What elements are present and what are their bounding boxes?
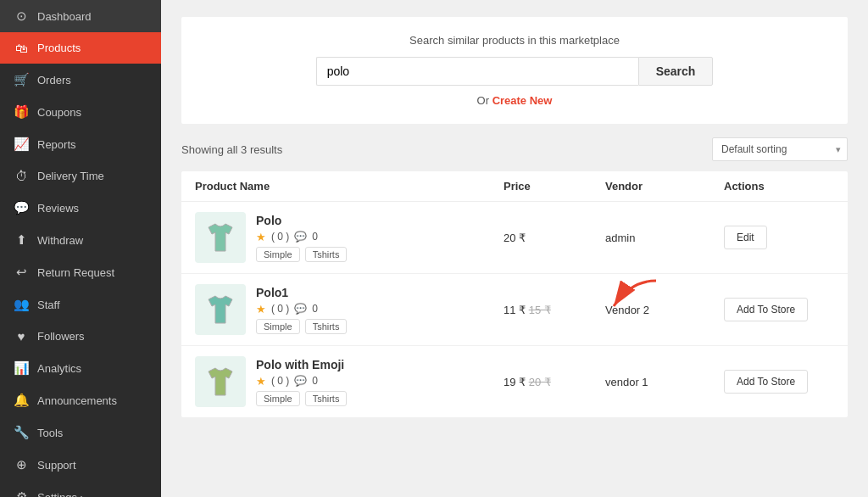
comment-count-1: 0 <box>312 231 318 243</box>
products-icon: 🛍 <box>14 41 29 55</box>
sidebar-item-analytics[interactable]: 📊Analytics <box>0 352 161 384</box>
results-header: Showing all 3 results Default sortingSor… <box>181 137 848 161</box>
product-tag: Tshirts <box>305 319 348 334</box>
product-tags-3: SimpleTshirts <box>256 391 347 406</box>
reviews-icon: 💬 <box>14 200 29 215</box>
sidebar-item-coupons[interactable]: 🎁Coupons <box>0 96 161 128</box>
product-tag: Tshirts <box>305 391 348 406</box>
rating-value-1: ( 0 ) <box>271 231 289 243</box>
sidebar-item-delivery-time[interactable]: ⏱Delivery Time <box>0 160 161 192</box>
product-vendor-2: Vendor 2 <box>605 304 724 316</box>
table-row: Polo with Emoji ★ ( 0 ) 💬 0 SimpleTshirt… <box>181 346 848 417</box>
sidebar-item-dashboard[interactable]: ⊙Dashboard <box>0 0 161 32</box>
product-info-3: Polo with Emoji ★ ( 0 ) 💬 0 SimpleTshirt… <box>195 356 504 407</box>
search-section: Search similar products in this marketpl… <box>181 17 848 124</box>
product-tag: Simple <box>256 247 300 262</box>
product-price-1: 20 ₹ <box>504 232 605 244</box>
delivery-time-icon: ⏱ <box>14 169 29 183</box>
col-vendor: Vendor <box>605 180 724 193</box>
reports-icon: 📈 <box>14 137 29 152</box>
search-bar: Search <box>198 57 831 86</box>
sidebar-item-orders[interactable]: 🛒Orders <box>0 64 161 96</box>
rating-value-2: ( 0 ) <box>271 303 289 315</box>
col-price: Price <box>504 180 605 193</box>
sidebar-label-tools: Tools <box>37 427 147 439</box>
product-info-1: Polo ★ ( 0 ) 💬 0 SimpleTshirts <box>195 212 504 263</box>
product-tags-1: SimpleTshirts <box>256 247 347 262</box>
sidebar-label-products: Products <box>37 42 147 54</box>
return-request-icon: ↩ <box>14 265 29 280</box>
sidebar-item-reports[interactable]: 📈Reports <box>0 128 161 160</box>
product-price-3: 19 ₹ 20 ₹ <box>504 376 605 388</box>
content-area: Search similar products in this marketpl… <box>161 0 868 497</box>
product-vendor-1: admin <box>605 232 724 244</box>
tools-icon: 🔧 <box>14 425 29 440</box>
comment-count-2: 0 <box>312 303 318 315</box>
search-button[interactable]: Search <box>638 57 714 86</box>
product-actions-3: Add To Store <box>724 370 834 394</box>
orders-icon: 🛒 <box>14 72 29 87</box>
sidebar-label-delivery-time: Delivery Time <box>37 170 147 182</box>
sidebar-label-support: Support <box>37 459 147 472</box>
sidebar-label-staff: Staff <box>37 299 147 311</box>
product-name-3: Polo with Emoji <box>256 358 347 371</box>
product-details-2: Polo1 ★ ( 0 ) 💬 0 SimpleTshirts <box>256 286 347 334</box>
sidebar-label-reviews: Reviews <box>37 202 147 215</box>
sidebar-label-reports: Reports <box>37 138 147 151</box>
product-price-2: 11 ₹ 15 ₹ <box>504 304 605 316</box>
product-vendor-3: vendor 1 <box>605 376 724 388</box>
rating-value-3: ( 0 ) <box>271 375 289 387</box>
sidebar-item-staff[interactable]: 👥Staff <box>0 288 161 321</box>
star-icon-3: ★ <box>256 375 266 388</box>
sidebar: ⊙Dashboard🛍Products🛒Orders🎁Coupons📈Repor… <box>0 0 161 497</box>
sidebar-label-analytics: Analytics <box>37 362 147 375</box>
sidebar-label-orders: Orders <box>37 74 147 87</box>
or-create-section: Or Create New <box>198 94 831 107</box>
sidebar-item-settings[interactable]: ⚙Settings › <box>0 481 161 497</box>
sort-select[interactable]: Default sortingSort by price: low to hig… <box>712 137 848 161</box>
sidebar-item-announcements[interactable]: 🔔Announcements <box>0 384 161 416</box>
product-rating-1: ★ ( 0 ) 💬 0 <box>256 231 347 243</box>
sidebar-item-products[interactable]: 🛍Products <box>0 32 161 64</box>
main-content: Search similar products in this marketpl… <box>161 0 868 497</box>
product-actions-1: Edit <box>724 226 834 249</box>
sort-wrapper: Default sortingSort by price: low to hig… <box>712 137 848 161</box>
product-name-2: Polo1 <box>256 286 347 299</box>
chat-icon-2: 💬 <box>294 303 307 315</box>
action-button-2[interactable]: Add To Store <box>724 298 808 321</box>
sidebar-item-reviews[interactable]: 💬Reviews <box>0 192 161 224</box>
action-button-3[interactable]: Add To Store <box>724 370 808 394</box>
sidebar-label-coupons: Coupons <box>37 106 147 119</box>
staff-icon: 👥 <box>14 297 29 312</box>
sidebar-label-announcements: Announcements <box>37 394 147 407</box>
settings-icon: ⚙ <box>14 489 29 497</box>
product-name-1: Polo <box>256 214 347 227</box>
sidebar-item-return-request[interactable]: ↩Return Request <box>0 256 161 288</box>
sidebar-label-return-request: Return Request <box>37 266 147 279</box>
product-details-1: Polo ★ ( 0 ) 💬 0 SimpleTshirts <box>256 214 347 262</box>
action-button-1[interactable]: Edit <box>724 226 767 249</box>
chat-icon-1: 💬 <box>294 231 307 243</box>
search-title: Search similar products in this marketpl… <box>198 34 831 47</box>
sidebar-item-support[interactable]: ⊕Support <box>0 449 161 481</box>
product-image-3 <box>195 356 246 407</box>
product-details-3: Polo with Emoji ★ ( 0 ) 💬 0 SimpleTshirt… <box>256 358 347 406</box>
search-input[interactable] <box>316 57 638 86</box>
sidebar-label-followers: Followers <box>37 330 147 343</box>
star-icon-2: ★ <box>256 303 266 316</box>
sidebar-item-followers[interactable]: ♥Followers <box>0 321 161 352</box>
products-table: Product Name Price Vendor Actions Polo ★… <box>181 171 848 417</box>
product-rating-2: ★ ( 0 ) 💬 0 <box>256 303 347 316</box>
product-tag: Simple <box>256 319 300 334</box>
table-row: Polo1 ★ ( 0 ) 💬 0 SimpleTshirts 11 ₹ 15 … <box>181 274 848 346</box>
product-rating-3: ★ ( 0 ) 💬 0 <box>256 375 347 388</box>
results-count: Showing all 3 results <box>181 143 282 156</box>
sidebar-item-tools[interactable]: 🔧Tools <box>0 416 161 449</box>
product-tag: Tshirts <box>305 247 348 262</box>
sidebar-item-withdraw[interactable]: ⬆Withdraw <box>0 224 161 256</box>
or-text: Or <box>477 94 489 107</box>
create-new-link[interactable]: Create New <box>492 94 553 107</box>
followers-icon: ♥ <box>14 329 29 343</box>
dashboard-icon: ⊙ <box>14 8 29 24</box>
analytics-icon: 📊 <box>14 360 29 376</box>
